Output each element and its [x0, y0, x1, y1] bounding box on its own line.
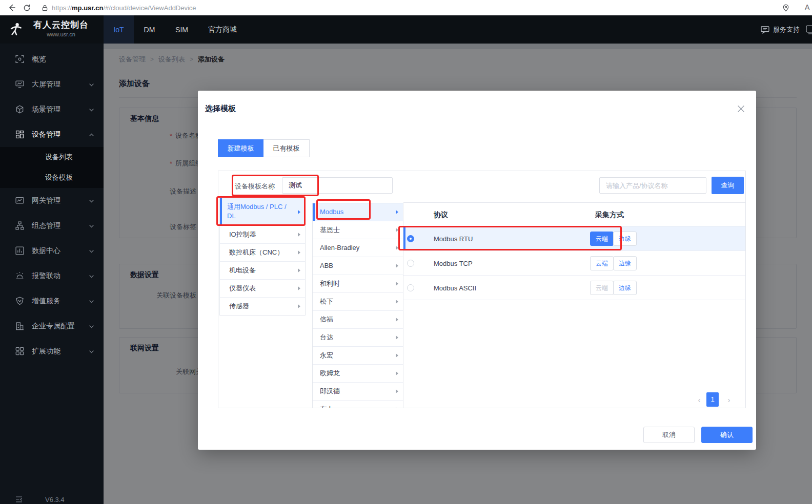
radio-modbus-ascii[interactable] [407, 284, 414, 291]
browser-address-bar[interactable]: https://mp.usr.cn/#/cloud/device/ViewAdd… [36, 0, 196, 15]
modal-title: 选择模板 [205, 104, 236, 114]
sidebar-item-value-added-services[interactable]: 增值服务 [0, 288, 104, 313]
sidebar-item-label: 企业专属配置 [32, 322, 75, 331]
sidebar-item-label: 增值服务 [32, 297, 60, 306]
sidebar-item-extended-functions[interactable]: 扩展功能 [0, 339, 104, 364]
brand-item-台达[interactable]: 台达 [313, 329, 403, 347]
collect-cloud-button[interactable]: 云端 [590, 256, 614, 270]
nav-tab-sim[interactable]: SIM [165, 15, 198, 44]
brand-label: 基恩士 [320, 226, 340, 234]
sidebar-item-data-center[interactable]: 数据中心 [0, 238, 104, 263]
nav-tab-iot[interactable]: IoT [104, 15, 134, 44]
data-icon [15, 246, 24, 256]
sidebar-item-scene-mgmt[interactable]: 场景管理 [0, 97, 104, 122]
arrow-right-icon [396, 228, 398, 232]
sidebar-item-label: 概览 [32, 55, 46, 64]
cancel-button[interactable]: 取消 [643, 427, 695, 443]
location-pin-icon[interactable] [780, 2, 791, 13]
radio-modbus-tcp[interactable] [407, 260, 414, 267]
brand-label: 台达 [320, 333, 333, 341]
pagination-prev-icon[interactable]: ‹ [694, 395, 704, 405]
category-item-数控机床-cnc[interactable]: 数控机床（CNC） [220, 243, 305, 261]
sidebar-subitem-device-list[interactable]: 设备列表 [0, 147, 104, 167]
brand-item-松下[interactable]: 松下 [313, 293, 403, 311]
confirm-button[interactable]: 确认 [701, 427, 753, 443]
brand-item-allen-bradley[interactable]: Allen-Bradley [313, 239, 403, 257]
brand-item-永宏[interactable]: 永宏 [313, 347, 403, 365]
browser-reload-icon[interactable] [21, 2, 33, 14]
brand-label: 欧姆龙 [320, 369, 340, 377]
pagination-next-icon[interactable]: › [724, 395, 734, 405]
sidebar-item-gateway-mgmt[interactable]: 网关管理 [0, 188, 104, 213]
brand-item-abb[interactable]: ABB [313, 257, 403, 275]
brand-item-郎汉德[interactable]: 郎汉德 [313, 383, 403, 401]
brand-label: Modbus [320, 208, 343, 216]
select-template-modal: 选择模板 新建模板已有模板 设备模板名称 查询 通用Modbus / PLC /… [198, 91, 756, 450]
nav-tab-官方商城[interactable]: 官方商城 [198, 15, 247, 44]
category-label: 数控机床（CNC） [229, 248, 283, 256]
radio-modbus-rtu[interactable] [407, 235, 414, 242]
sidebar-item-overview[interactable]: 概览 [0, 47, 104, 72]
collapse-sidebar-icon[interactable] [15, 495, 23, 503]
sidebar-nav: 概览大屏管理场景管理设备管理设备列表设备模板网关管理组态管理数据中心报警联动增值… [0, 44, 104, 504]
arrow-right-icon [396, 246, 398, 250]
browser-profile-badge[interactable]: A [805, 3, 809, 11]
support-label: 服务支持 [773, 25, 800, 34]
url-text: https://mp.usr.cn/#/cloud/device/ViewAdd… [52, 4, 196, 12]
brand-item-基恩士[interactable]: 基恩士 [313, 221, 403, 239]
chevron-down-icon [89, 107, 94, 113]
tab-已有模板[interactable]: 已有模板 [263, 139, 310, 157]
nav-tab-dm[interactable]: DM [134, 15, 165, 44]
category-item-传感器[interactable]: 传感器 [220, 297, 305, 315]
sidebar-item-scada-mgmt[interactable]: 组态管理 [0, 213, 104, 238]
support-entry[interactable]: 服务支持 [761, 15, 800, 44]
protocol-row-modbus-rtu[interactable]: Modbus RTU云端边缘 [403, 226, 746, 251]
sidebar-item-alarm-linkage[interactable]: 报警联动 [0, 263, 104, 288]
brand-item-和利时[interactable]: 和利时 [313, 275, 403, 293]
brand-label: ABB [320, 262, 333, 269]
arrow-right-icon [396, 335, 398, 340]
collect-cloud-button[interactable]: 云端 [590, 232, 614, 246]
collect-edge-button[interactable]: 边缘 [613, 232, 637, 246]
sidebar-subitem-device-template[interactable]: 设备模板 [0, 167, 104, 188]
brand-item-倍福[interactable]: 倍福 [313, 311, 403, 329]
sidebar-footer: V6.3.4 [0, 494, 104, 504]
logo-title[interactable]: 有人云控制台 [29, 19, 93, 31]
collect-edge-button[interactable]: 边缘 [613, 256, 637, 270]
category-item-通用modbus-plc-dl[interactable]: 通用Modbus / PLC / DL [220, 198, 305, 225]
category-item-仪器仪表[interactable]: 仪器仪表 [220, 279, 305, 297]
category-item-io控制器[interactable]: IO控制器 [220, 225, 305, 243]
logo-subtitle: www.usr.cn [29, 31, 93, 37]
protocol-label: Modbus ASCII [434, 284, 476, 292]
device-icon [15, 130, 24, 139]
arrow-right-icon [298, 210, 300, 214]
brand-item-欧姆龙[interactable]: 欧姆龙 [313, 365, 403, 383]
category-item-机电设备[interactable]: 机电设备 [220, 261, 305, 279]
scada-icon [15, 221, 24, 230]
arrow-right-icon [298, 268, 300, 272]
chat-bubble-icon [761, 25, 769, 34]
search-input[interactable] [599, 177, 706, 194]
close-icon[interactable] [735, 103, 746, 114]
sidebar-item-enterprise-config[interactable]: 企业专属配置 [0, 313, 104, 339]
brand-label: 倍福 [320, 316, 333, 323]
arrow-right-icon [298, 286, 300, 290]
brand-item-modbus[interactable]: Modbus [313, 203, 403, 221]
protocol-row-modbus-tcp[interactable]: Modbus TCP云端边缘 [403, 251, 746, 276]
sidebar-item-device-mgmt[interactable]: 设备管理 [0, 122, 104, 147]
protocol-column-header: 协议 [434, 211, 448, 220]
brand-item-有人[interactable]: 有人 [313, 401, 403, 408]
sidebar-item-label: 扩展功能 [32, 347, 60, 356]
notification-icon[interactable] [806, 25, 812, 34]
tab-新建模板[interactable]: 新建模板 [218, 139, 263, 157]
pagination-page-1[interactable]: 1 [706, 392, 719, 407]
scene-icon [15, 105, 24, 114]
template-name-input[interactable] [282, 177, 393, 194]
protocol-row-modbus-ascii[interactable]: Modbus ASCII云端边缘 [403, 276, 746, 300]
arrow-right-icon [298, 304, 300, 308]
collect-cloud-button[interactable]: 云端 [590, 281, 614, 295]
sidebar-item-screen-mgmt[interactable]: 大屏管理 [0, 72, 104, 97]
browser-back-icon[interactable] [5, 2, 17, 14]
collect-edge-button[interactable]: 边缘 [613, 281, 637, 295]
search-button[interactable]: 查询 [712, 177, 744, 194]
